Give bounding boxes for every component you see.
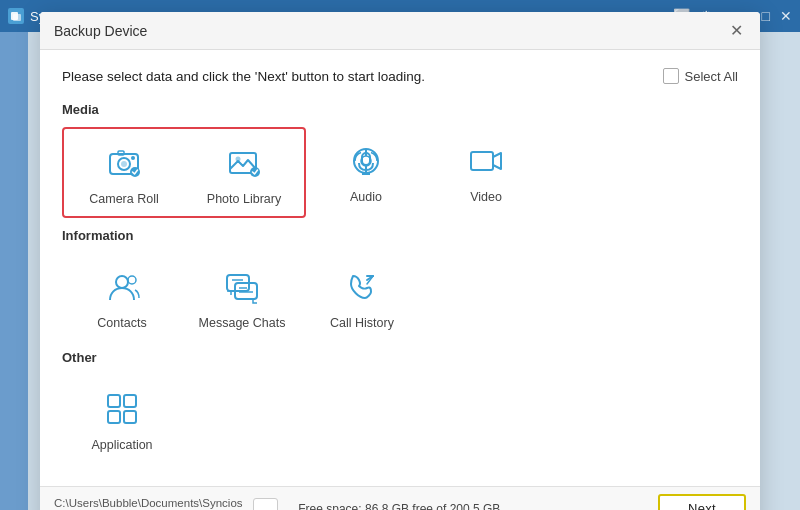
photo-library-label: Photo Library — [207, 192, 281, 206]
dialog-close-button[interactable]: ✕ — [726, 21, 746, 41]
svg-rect-32 — [124, 411, 136, 423]
browse-button[interactable]: ... — [253, 498, 279, 511]
section-information: Information — [62, 228, 738, 340]
camera-roll-icon — [102, 141, 146, 185]
svg-rect-29 — [108, 395, 120, 407]
audio-icon — [344, 139, 388, 183]
item-message-chats[interactable]: Message Chats — [182, 253, 302, 340]
selected-items-box: Camera Roll — [62, 127, 306, 218]
next-button[interactable]: Next — [658, 494, 746, 510]
select-all-label: Select All — [685, 69, 738, 84]
svg-rect-1 — [13, 14, 21, 21]
photo-library-icon — [222, 141, 266, 185]
svg-rect-30 — [124, 395, 136, 407]
instructions-text: Please select data and click the 'Next' … — [62, 69, 425, 84]
svg-point-20 — [128, 276, 136, 284]
svg-point-19 — [116, 276, 128, 288]
video-icon — [464, 139, 508, 183]
item-photo-library[interactable]: Photo Library — [184, 129, 304, 216]
svg-point-9 — [236, 157, 241, 162]
section-information-label: Information — [62, 228, 738, 243]
message-chats-icon — [220, 265, 264, 309]
section-other-items: Application — [62, 375, 738, 462]
app-background: Backup Device ✕ Please select data and c… — [0, 32, 800, 510]
svg-point-10 — [250, 167, 260, 177]
svg-rect-18 — [471, 152, 493, 170]
backup-dialog: Backup Device ✕ Please select data and c… — [40, 12, 760, 510]
item-video[interactable]: Video — [426, 127, 546, 214]
section-media-label: Media — [62, 102, 738, 117]
contacts-label: Contacts — [97, 316, 146, 330]
dialog-titlebar: Backup Device ✕ — [40, 12, 760, 50]
select-all-area[interactable]: Select All — [663, 68, 738, 84]
application-icon — [100, 387, 144, 431]
message-chats-label: Message Chats — [199, 316, 286, 330]
item-contacts[interactable]: Contacts — [62, 253, 182, 340]
free-space-label: Free space: 86.8 GB free of 200.5 GB — [298, 502, 500, 511]
svg-point-4 — [121, 161, 127, 167]
instructions-row: Please select data and click the 'Next' … — [62, 68, 738, 84]
audio-label: Audio — [350, 190, 382, 204]
call-history-label: Call History — [330, 316, 394, 330]
section-media-items: Camera Roll — [62, 127, 738, 218]
application-label: Application — [91, 438, 152, 452]
app-icon — [8, 8, 24, 24]
section-information-items: Contacts — [62, 253, 738, 340]
contacts-icon — [100, 265, 144, 309]
section-other-label: Other — [62, 350, 738, 365]
dialog-title: Backup Device — [54, 23, 147, 39]
item-audio[interactable]: Audio — [306, 127, 426, 214]
item-call-history[interactable]: Call History — [302, 253, 422, 340]
dialog-overlay: Backup Device ✕ Please select data and c… — [0, 32, 800, 510]
camera-roll-label: Camera Roll — [89, 192, 158, 206]
svg-point-6 — [131, 156, 135, 160]
select-all-checkbox[interactable] — [663, 68, 679, 84]
svg-point-7 — [130, 167, 140, 177]
maximize-icon[interactable]: □ — [762, 8, 770, 24]
dialog-footer: C:\Users\Bubble\Documents\Syncios Mobile… — [40, 486, 760, 510]
dialog-body: Please select data and click the 'Next' … — [40, 50, 760, 486]
call-history-icon — [340, 265, 384, 309]
svg-rect-31 — [108, 411, 120, 423]
section-other: Other Ap — [62, 350, 738, 462]
item-camera-roll[interactable]: Camera Roll — [64, 129, 184, 216]
video-label: Video — [470, 190, 502, 204]
close-icon[interactable]: ✕ — [780, 8, 792, 24]
footer-path: C:\Users\Bubble\Documents\Syncios Mobile… — [54, 497, 243, 511]
item-application[interactable]: Application — [62, 375, 182, 462]
section-media: Media — [62, 102, 738, 218]
